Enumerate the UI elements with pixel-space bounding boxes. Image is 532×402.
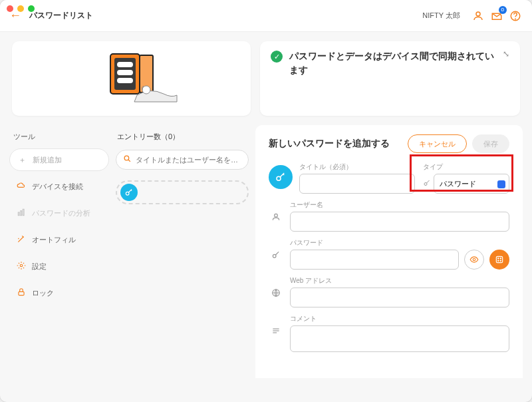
password-input[interactable] [290, 250, 459, 270]
sidebar-item-label: オートフィル [32, 235, 76, 245]
svg-point-2 [515, 19, 516, 19]
chart-icon [16, 208, 27, 218]
type-label: タイプ [423, 162, 509, 172]
web-input[interactable] [290, 288, 509, 307]
svg-rect-14 [19, 292, 24, 295]
svg-point-17 [277, 176, 281, 180]
comment-icon [269, 326, 283, 335]
svg-rect-12 [23, 209, 24, 215]
wand-icon [16, 234, 27, 245]
svg-point-15 [124, 156, 129, 160]
help-icon[interactable] [508, 9, 523, 23]
cloud-icon [16, 181, 27, 192]
search-input[interactable] [136, 156, 241, 164]
notification-badge: 0 [499, 6, 507, 14]
lock-icon [16, 288, 27, 298]
sidebar-item-label: ロック [32, 288, 54, 298]
sync-status-card: ✓ パスワードとデータはデバイス間で同期されています ⤡ [260, 41, 520, 116]
page-title: パスワードリスト [29, 10, 93, 21]
svg-point-21 [473, 258, 475, 261]
svg-point-26 [500, 260, 501, 261]
svg-point-13 [20, 264, 23, 267]
gear-icon [16, 261, 27, 272]
username-input[interactable] [290, 212, 509, 232]
generate-password-button[interactable] [489, 250, 509, 270]
cancel-button[interactable]: キャンセル [408, 134, 467, 153]
sidebar-item-label: 新規追加 [33, 155, 62, 165]
plus-icon: ＋ [17, 155, 27, 165]
notifications-icon[interactable]: 0 [489, 9, 504, 23]
svg-rect-11 [21, 211, 22, 216]
form-title: 新しいパスワードを追加する [269, 138, 408, 150]
new-entry-chip[interactable] [116, 180, 249, 204]
maximize-icon[interactable] [28, 5, 35, 12]
account-icon[interactable] [471, 9, 485, 23]
comment-label: コメント [290, 314, 509, 323]
key-icon [269, 165, 293, 189]
illustration-card [12, 41, 251, 116]
sidebar-item-label: パスワードの分析 [32, 208, 90, 218]
password-label: パスワード [290, 238, 509, 248]
svg-rect-22 [496, 256, 502, 262]
close-icon[interactable] [7, 5, 13, 12]
web-label: Web アドレス [290, 276, 509, 286]
svg-rect-7 [117, 78, 133, 83]
sidebar-item-autofill[interactable]: オートフィル [9, 228, 109, 251]
sidebar-item-lock[interactable]: ロック [9, 282, 109, 304]
user-name: NIFTY 太郎 [422, 11, 460, 21]
collapse-icon[interactable]: ⤡ [503, 49, 509, 59]
svg-point-18 [424, 182, 427, 185]
svg-point-19 [275, 214, 278, 217]
sidebar-item-label: デバイスを接続 [32, 182, 83, 192]
globe-icon [269, 288, 283, 298]
username-label: ユーザー名 [290, 200, 509, 210]
user-icon [269, 212, 283, 222]
title-label: タイトル（必須） [299, 162, 415, 172]
svg-point-0 [476, 12, 480, 16]
type-select[interactable] [434, 174, 509, 194]
sidebar-item-label: 設定 [32, 262, 47, 272]
window-controls[interactable] [7, 5, 35, 12]
sidebar-item-connect[interactable]: デバイスを接続 [9, 175, 109, 198]
svg-point-20 [273, 254, 276, 258]
sync-message: パスワードとデータはデバイス間で同期されています [289, 49, 497, 77]
sidebar-item-new[interactable]: ＋ 新規追加 [9, 148, 109, 171]
comment-input[interactable] [290, 325, 509, 352]
save-button[interactable]: 保存 [472, 134, 509, 153]
search-icon [123, 154, 132, 165]
svg-point-16 [126, 192, 129, 195]
show-password-button[interactable] [464, 250, 484, 270]
sidebar-item-analyze[interactable]: パスワードの分析 [9, 202, 109, 224]
search-box[interactable] [116, 150, 249, 170]
sidebar-item-settings[interactable]: 設定 [9, 255, 109, 278]
entry-count: エントリー数（0） [117, 132, 249, 142]
check-icon: ✓ [271, 51, 283, 63]
sidebar-section-label: ツール [9, 132, 109, 142]
key-icon [269, 250, 283, 260]
svg-rect-10 [18, 212, 19, 216]
svg-point-25 [498, 260, 499, 261]
key-icon [120, 184, 138, 201]
key-small-icon [423, 179, 431, 189]
svg-point-23 [498, 258, 499, 259]
svg-rect-6 [117, 70, 133, 75]
svg-point-24 [500, 258, 501, 259]
svg-rect-5 [117, 62, 133, 67]
svg-point-9 [142, 86, 150, 94]
title-input[interactable] [299, 174, 415, 194]
minimize-icon[interactable] [17, 5, 24, 12]
